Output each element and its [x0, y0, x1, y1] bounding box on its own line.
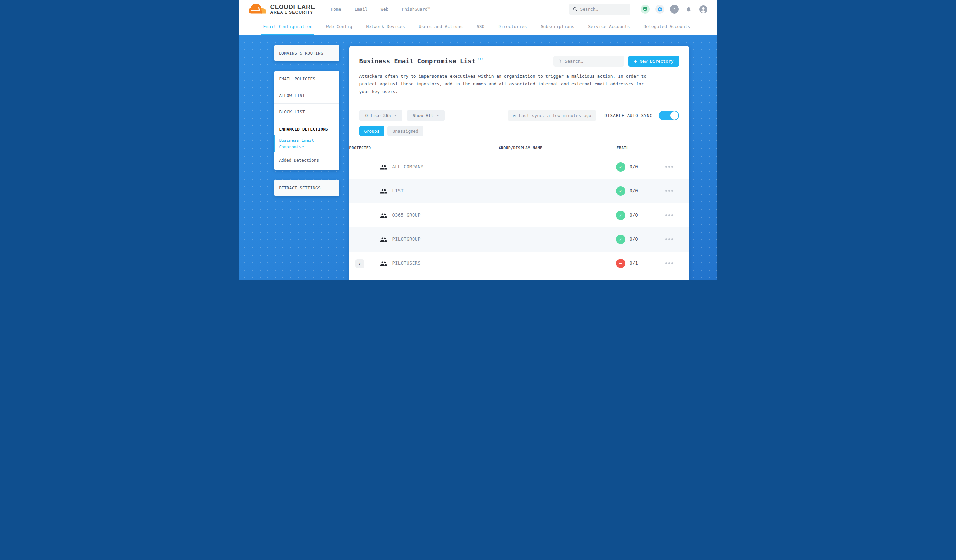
source-dropdown-value: Office 365 — [365, 113, 391, 118]
notifications-button[interactable] — [684, 5, 693, 14]
view-tab[interactable]: Unassigned — [387, 126, 423, 136]
section-tab[interactable]: Network Devices — [366, 18, 405, 35]
section-tab[interactable]: Email Configuration — [263, 18, 313, 35]
list-search-input[interactable] — [564, 59, 620, 64]
chevron-down-icon: ▾ — [394, 114, 396, 118]
group-icon — [380, 260, 387, 267]
section-tab[interactable]: SSO — [477, 18, 484, 35]
table-column-header: EMAIL — [616, 146, 629, 151]
table-row[interactable]: › ALL COMPANY ✓ − 0/0 — [349, 155, 689, 179]
protected-status-icon: ✓ − — [616, 259, 625, 268]
row-actions-menu[interactable] — [665, 262, 673, 264]
sidebar: DOMAINS & ROUTING EMAIL POLICIES ALLOW L… — [274, 45, 340, 205]
sidebar-item-enhanced-detections[interactable]: ENHANCED DETECTIONS — [274, 120, 340, 135]
last-sync-label: Last sync: a few minutes ago — [519, 113, 591, 118]
show-filter-value: Show All — [413, 113, 434, 118]
sidebar-item-block-list[interactable]: BLOCK LIST — [274, 104, 340, 120]
table-row[interactable]: › PILOTUSERS ✓ − 0/1 — [349, 252, 689, 276]
table-column-header: GROUP/DISPLAY NAME — [499, 146, 542, 151]
source-dropdown[interactable]: Office 365 ▾ — [359, 110, 402, 121]
sidebar-item-email-policies[interactable]: EMAIL POLICIES — [274, 71, 340, 87]
protected-status-icon: ✓ − — [616, 210, 625, 220]
expand-row-button[interactable]: › — [355, 259, 364, 268]
check-icon: ✓ — [619, 189, 622, 194]
row-actions-menu[interactable] — [665, 190, 673, 192]
sidebar-item-business-email-compromise[interactable]: Business Email Compromise — [274, 135, 340, 153]
check-icon: ✓ — [619, 213, 622, 218]
section-tab[interactable]: Service Accounts — [588, 18, 629, 35]
sidebar-card-domains: DOMAINS & ROUTING — [274, 45, 340, 61]
user-icon — [699, 5, 708, 14]
group-name: O365_GROUP — [392, 212, 421, 218]
new-directory-label: New Directory — [640, 59, 673, 64]
table-row[interactable]: › LIST ✓ − 0/0 — [349, 179, 689, 203]
page-description: Attackers often try to impersonate execu… — [359, 73, 652, 95]
section-tab[interactable]: Users and Actions — [419, 18, 463, 35]
section-tab[interactable]: Web Config — [326, 18, 352, 35]
chevron-right-icon: › — [358, 261, 361, 267]
global-search[interactable] — [569, 4, 631, 15]
sidebar-item-retract-settings[interactable]: RETRACT SETTINGS — [274, 179, 340, 196]
workspace: DOMAINS & ROUTING EMAIL POLICIES ALLOW L… — [239, 35, 717, 280]
group-icon — [380, 164, 387, 171]
table-row[interactable]: › O365_GROUP ✓ − 0/0 — [349, 203, 689, 227]
top-header: CLOUDFLARE AREA 1 SECURITY Home Email We… — [239, 0, 717, 18]
security-status-button[interactable] — [641, 5, 650, 14]
view-tab[interactable]: Groups — [359, 126, 385, 136]
bell-icon — [686, 6, 692, 13]
table-header: GROUP/DISPLAY NAME EMAIL PROTECTED — [349, 138, 689, 155]
section-tab[interactable]: Directories — [498, 18, 527, 35]
auto-sync-toggle[interactable] — [659, 111, 679, 120]
cloudflare-logo[interactable]: CLOUDFLARE AREA 1 SECURITY — [248, 3, 315, 16]
help-button[interactable]: ? — [670, 5, 679, 14]
brand-name: CLOUDFLARE — [270, 4, 315, 10]
group-table: › ALL COMPANY ✓ − 0/0 — [349, 155, 689, 276]
question-icon: ? — [673, 6, 676, 12]
top-nav-item[interactable]: Email — [355, 6, 368, 12]
group-icon — [380, 212, 387, 219]
global-search-input[interactable] — [580, 6, 626, 12]
check-icon: ✓ — [619, 165, 622, 169]
minus-icon: − — [619, 260, 622, 267]
row-actions-menu[interactable] — [665, 166, 673, 168]
sidebar-item-domains-routing[interactable]: DOMAINS & ROUTING — [274, 45, 340, 61]
group-name: ALL COMPANY — [392, 164, 424, 169]
settings-button[interactable] — [655, 5, 664, 14]
sidebar-item-allow-list[interactable]: ALLOW LIST — [274, 87, 340, 104]
new-directory-button[interactable]: + New Directory — [628, 55, 679, 67]
list-search[interactable] — [553, 55, 624, 67]
account-button[interactable] — [699, 5, 708, 14]
last-sync-button[interactable]: ↺ Last sync: a few minutes ago — [508, 110, 596, 121]
group-name: PILOTGROUP — [392, 236, 421, 242]
protected-count: 0/1 — [630, 260, 638, 266]
section-tab[interactable]: Delegated Accounts — [644, 18, 690, 35]
protected-count: 0/0 — [630, 236, 638, 242]
top-nav-item[interactable]: Home — [331, 6, 341, 12]
page-title: Business Email Compromise List — [359, 58, 476, 65]
info-icon[interactable]: i — [478, 56, 483, 61]
protected-status-icon: ✓ − — [616, 235, 625, 244]
top-nav-item[interactable]: PhishGuard™ — [402, 6, 430, 12]
sync-icon: ↺ — [513, 113, 516, 118]
row-actions-menu[interactable] — [665, 238, 673, 240]
section-tab[interactable]: Subscriptions — [541, 18, 575, 35]
check-icon: ✓ — [619, 237, 622, 242]
show-filter-dropdown[interactable]: Show All ▾ — [407, 110, 445, 121]
sidebar-card-retract: RETRACT SETTINGS — [274, 179, 340, 196]
group-name: PILOTUSERS — [392, 260, 421, 266]
shield-check-icon — [642, 6, 648, 12]
protected-status-icon: ✓ − — [616, 162, 625, 172]
protected-count: 0/0 — [630, 212, 638, 218]
table-row[interactable]: › PILOTGROUP ✓ − 0/0 — [349, 227, 689, 252]
section-nav: Email Configuration Web Config Network D… — [239, 18, 717, 35]
top-nav-item[interactable]: Web — [381, 6, 388, 12]
row-actions-menu[interactable] — [665, 214, 673, 216]
top-nav: Home Email Web PhishGuard™ — [331, 6, 430, 12]
main-panel: Business Email Compromise List i + New D… — [349, 45, 689, 280]
plus-icon: + — [634, 58, 637, 64]
sidebar-item-added-detections[interactable]: Added Detections — [274, 153, 340, 170]
group-icon — [380, 236, 387, 243]
protected-count: 0/0 — [630, 188, 638, 193]
protected-count: 0/0 — [630, 164, 638, 169]
auto-sync-label: DISABLE AUTO SYNC — [605, 113, 653, 118]
